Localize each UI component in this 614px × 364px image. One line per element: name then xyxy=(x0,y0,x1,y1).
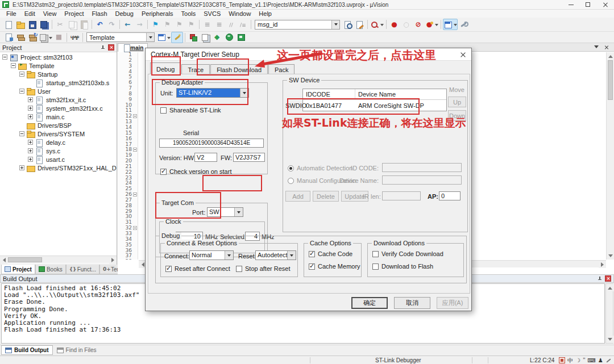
navigate-back-button[interactable] xyxy=(122,19,134,30)
run-time-environment-button[interactable] xyxy=(211,32,223,43)
tree-item[interactable]: startup_stm32f103xb.s xyxy=(0,78,117,87)
expander-icon[interactable] xyxy=(28,106,33,111)
incremental-find-button[interactable] xyxy=(354,19,366,30)
expander-icon[interactable] xyxy=(28,157,33,162)
document-list-icon[interactable] xyxy=(592,44,600,51)
batch-build-button[interactable] xyxy=(38,32,53,43)
menu-window[interactable]: Window xyxy=(225,10,255,17)
disable-breakpoint-button[interactable] xyxy=(412,19,424,30)
tray-icon-3[interactable]: ⌨ xyxy=(588,357,596,363)
cancel-button[interactable]: 取消 xyxy=(394,297,430,309)
manage-project-items-button[interactable] xyxy=(199,32,211,43)
expander-icon[interactable] xyxy=(19,89,24,94)
unit-combo[interactable]: ST-LINK/V2 xyxy=(176,88,249,98)
file-extensions-button[interactable] xyxy=(187,32,199,43)
dialog-tab-trace[interactable]: Trace xyxy=(181,64,210,74)
find-text-combo[interactable]: msg_id xyxy=(255,20,340,30)
tree-item[interactable]: Project: stm32f103 xyxy=(0,53,117,61)
options-for-target-button[interactable] xyxy=(171,32,183,43)
close-panel-icon[interactable] xyxy=(108,44,114,51)
chevron-down-icon[interactable] xyxy=(225,251,233,260)
tray-icon-0[interactable]: 中 xyxy=(567,357,573,364)
bottom-tab-build-output[interactable]: Build Output xyxy=(1,345,53,355)
books-window-button[interactable] xyxy=(235,32,247,43)
tree-item[interactable]: Drivers/BSP xyxy=(0,121,117,129)
editor-vscrollbar[interactable] xyxy=(606,52,614,260)
verify-code-download-checkbox[interactable]: Verify Code Download xyxy=(372,250,443,257)
target-dropdown-button[interactable] xyxy=(156,32,171,43)
menu-view[interactable]: View xyxy=(39,10,61,17)
target-select-combo[interactable]: Template xyxy=(86,32,155,42)
tree-item[interactable]: Drivers/STM32F1xx_HAL_Driver xyxy=(0,164,117,172)
open-file-button[interactable] xyxy=(14,19,26,30)
menu-project[interactable]: Project xyxy=(60,10,88,17)
expander-icon[interactable] xyxy=(19,72,24,77)
ok-button[interactable]: 确定 xyxy=(351,297,388,309)
tree-item[interactable]: Startup xyxy=(0,70,117,78)
tray-icon-4[interactable]: ♟ xyxy=(598,357,603,363)
project-hscrollbar[interactable] xyxy=(0,256,117,263)
expander-icon[interactable] xyxy=(19,165,24,170)
expander-icon[interactable] xyxy=(11,63,16,68)
tree-item[interactable]: usart.c xyxy=(0,155,117,164)
close-document-icon[interactable] xyxy=(603,44,611,51)
find-dropdown-button[interactable] xyxy=(370,19,384,30)
download-to-flash-checkbox[interactable]: Download to Flash xyxy=(372,263,433,270)
find-in-files-button[interactable] xyxy=(342,19,354,30)
menu-debug[interactable]: Debug xyxy=(111,10,138,17)
panel-tab-project[interactable]: Project xyxy=(1,265,35,274)
expander-icon[interactable] xyxy=(28,140,33,145)
dialog-close-icon[interactable] xyxy=(454,49,471,60)
panel-tab-books[interactable]: Books xyxy=(35,265,66,274)
tree-item[interactable]: User xyxy=(0,87,117,95)
sw-device-table[interactable]: IDCODE Device Name 0x1BA01477 ARM CoreSi… xyxy=(302,89,447,111)
save-button[interactable] xyxy=(26,19,38,30)
chevron-down-icon[interactable] xyxy=(234,208,243,216)
configure-button[interactable] xyxy=(458,19,470,30)
cache-memory-checkbox[interactable]: Cache Memory xyxy=(309,263,360,270)
bottom-tab-find-in-files[interactable]: Find in Files xyxy=(53,345,101,355)
minimize-button[interactable] xyxy=(563,0,580,9)
chevron-down-icon[interactable] xyxy=(331,20,339,29)
pack-installer-button[interactable] xyxy=(223,32,235,43)
check-version-checkbox[interactable]: Check version on start xyxy=(160,168,231,175)
download-button[interactable] xyxy=(69,32,81,43)
rebuild-all-button[interactable] xyxy=(26,32,38,43)
tree-item[interactable]: stm32f1xx_it.c xyxy=(0,95,117,104)
translate-file-button[interactable] xyxy=(2,32,14,43)
kill-all-breakpoints-button[interactable] xyxy=(424,19,439,30)
port-combo[interactable]: SW xyxy=(207,207,243,217)
chevron-down-icon[interactable] xyxy=(287,251,296,260)
expander-icon[interactable] xyxy=(19,131,24,136)
menu-svcs[interactable]: SVCS xyxy=(200,10,225,17)
shareable-stlink-checkbox[interactable]: Shareable ST-Link xyxy=(160,107,221,114)
tree-item[interactable]: Template xyxy=(0,61,117,70)
cache-code-checkbox[interactable]: Cache Code xyxy=(309,250,352,257)
menu-flash[interactable]: Flash xyxy=(88,10,111,17)
dialog-tab-debug[interactable]: Debug xyxy=(150,62,181,74)
wrench-icon[interactable] xyxy=(605,357,612,363)
tray-icon-1[interactable]: ☽ xyxy=(575,357,580,363)
tree-item[interactable]: main.c xyxy=(0,112,117,121)
new-file-button[interactable] xyxy=(2,19,14,30)
expander-icon[interactable] xyxy=(28,97,33,102)
ap-field[interactable]: 0 xyxy=(439,191,460,200)
panel-tab-funct[interactable]: {}Funct... xyxy=(66,265,99,274)
maximize-button[interactable] xyxy=(580,0,597,9)
chevron-down-icon[interactable] xyxy=(146,33,154,41)
fold-marker-icon[interactable] xyxy=(133,226,137,230)
tree-item[interactable]: system_stm32f1xx.c xyxy=(0,104,117,112)
tree-item[interactable]: sys.c xyxy=(0,147,117,155)
menu-help[interactable]: Help xyxy=(255,10,276,17)
menu-file[interactable]: File xyxy=(2,10,20,17)
stop-after-reset-checkbox[interactable]: Stop after Reset xyxy=(236,265,291,272)
expander-icon[interactable] xyxy=(28,114,33,119)
table-row[interactable]: 0x1BA01477 ARM CoreSight SW-DP xyxy=(303,100,446,111)
fold-marker-icon[interactable] xyxy=(133,193,137,196)
pin-icon[interactable] xyxy=(100,45,106,51)
connect-combo[interactable]: Normal xyxy=(189,250,234,260)
expander-icon[interactable] xyxy=(28,148,33,153)
close-window-button[interactable] xyxy=(597,0,614,9)
reset-after-connect-checkbox[interactable]: Reset after Connect xyxy=(165,265,230,272)
reset-combo[interactable]: Autodetect xyxy=(255,250,296,260)
